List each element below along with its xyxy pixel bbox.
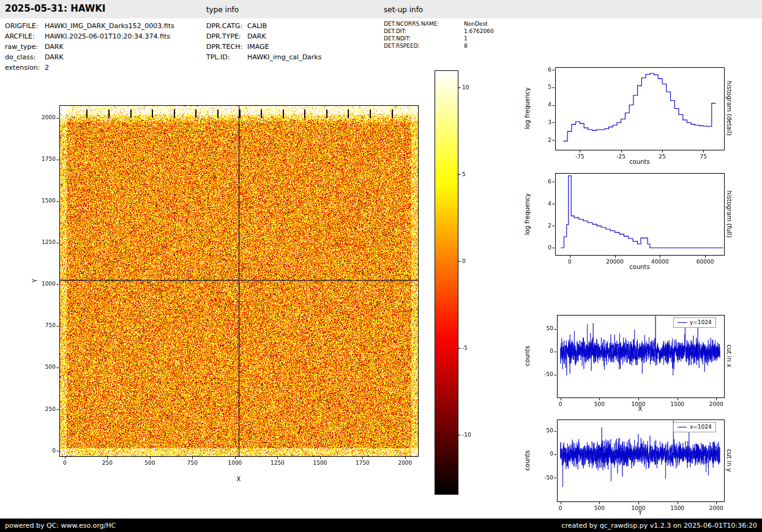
meta-row: TPL.ID:HAWKI_img_cal_Darks	[206, 52, 321, 62]
meta-value: CALIB	[247, 22, 267, 30]
cut-in-y-legend-label: x=1024	[690, 424, 712, 430]
histogram-detail-canvas	[539, 61, 738, 159]
meta-key: DPR.TECH:	[206, 42, 247, 52]
meta-value: 1	[464, 35, 468, 42]
meta-key: DET.RSPEED:	[384, 42, 464, 50]
meta-key: extension:	[5, 62, 45, 73]
meta-row: extension:2	[5, 62, 174, 73]
cut-in-x-legend-label: y=1024	[690, 319, 712, 326]
cut-in-x-x-axis-label: X	[638, 405, 643, 412]
footer-created-by: created by qc_rawdisp.py v1.2.3 on 2025-…	[561, 522, 757, 530]
meta-value: HAWKI.2025-06-01T10:20:34.374.fits	[45, 32, 170, 40]
qc-report-page: 2025-05-31: HAWKI type info set-up info …	[0, 0, 762, 532]
meta-row: DET.NDIT:1	[384, 35, 494, 42]
meta-value: DARK	[247, 32, 266, 40]
meta-row: DPR.CATG:CALIB	[206, 21, 321, 31]
meta-key: ORIGFILE:	[5, 21, 45, 31]
header-bar: 2025-05-31: HAWKI type info set-up info	[0, 0, 762, 18]
meta-row: ORIGFILE:HAWKI_IMG_DARK_Darks152_0003.fi…	[5, 21, 174, 31]
histogram-detail-side-label: histogram (detail)	[726, 81, 733, 136]
meta-row: DET.RSPEED:8	[384, 42, 494, 50]
meta-row: DET.DIT:1.6762060	[384, 28, 494, 35]
main-x-axis-label: X	[237, 476, 241, 482]
meta-key: DPR.CATG:	[206, 21, 247, 31]
meta-key: DET.NDIT:	[384, 35, 464, 42]
cut-in-y-y-axis-label: counts	[524, 450, 531, 470]
meta-value: HAWKI_img_cal_Darks	[247, 53, 321, 61]
meta-row: do_class:DARK	[5, 52, 174, 62]
meta-row: raw_type:DARK	[5, 42, 174, 52]
histogram-full-side-label: histogram (full)	[726, 190, 733, 237]
main-y-axis-label: Y	[32, 279, 39, 283]
meta-key: DET.NCORRS.NAME:	[384, 20, 464, 28]
histogram-full-canvas	[539, 167, 738, 265]
meta-value: 8	[464, 43, 468, 49]
meta-key: DET.DIT:	[384, 28, 464, 35]
legend-line-icon	[678, 322, 687, 323]
legend-line-icon	[678, 427, 687, 427]
meta-row: DPR.TYPE:DARK	[206, 31, 321, 42]
file-info-block: ORIGFILE:HAWKI_IMG_DARK_Darks152_0003.fi…	[5, 21, 174, 73]
page-title: 2025-05-31: HAWKI	[5, 3, 105, 14]
cut-in-x-side-label: cut in x	[726, 344, 733, 367]
meta-value: HAWKI_IMG_DARK_Darks152_0003.fits	[45, 22, 174, 30]
meta-value: IMAGE	[247, 43, 269, 51]
meta-value: DARK	[45, 43, 64, 51]
type-info-section-label: type info	[206, 6, 239, 14]
meta-row: DPR.TECH:IMAGE	[206, 42, 321, 52]
meta-value: 2	[45, 64, 49, 72]
cut-in-x-y-axis-label: counts	[524, 345, 531, 366]
colorbar-canvas	[428, 66, 484, 503]
meta-key: raw_type:	[5, 42, 45, 52]
cut-in-y-x-axis-label: Y	[638, 509, 642, 516]
footer-bar: powered by QC: www.eso.org/HC created by…	[0, 519, 762, 532]
histogram-full-x-axis-label: counts	[629, 264, 649, 270]
cut-in-x-legend: y=1024	[673, 317, 716, 328]
setup-info-block: DET.NCORRS.NAME:NonDest DET.DIT:1.676206…	[384, 20, 494, 50]
meta-value: DARK	[45, 53, 64, 61]
meta-row: ARCFILE:HAWKI.2025-06-01T10:20:34.374.fi…	[5, 31, 174, 42]
setup-info-section-label: set-up info	[384, 6, 423, 14]
type-info-block: DPR.CATG:CALIB DPR.TYPE:DARK DPR.TECH:IM…	[206, 21, 321, 62]
meta-value: NonDest	[464, 21, 488, 27]
meta-key: ARCFILE:	[5, 31, 45, 42]
footer-powered-by: powered by QC: www.eso.org/HC	[5, 522, 116, 530]
cut-in-y-legend: x=1024	[673, 422, 716, 432]
histogram-full-y-axis-label: log frequency	[524, 193, 531, 235]
cut-in-y-side-label: cut in y	[726, 449, 733, 471]
raw-image-canvas	[24, 98, 441, 483]
meta-key: TPL.ID:	[206, 52, 247, 62]
histogram-detail-y-axis-label: log frequency	[524, 87, 531, 130]
histogram-detail-x-axis-label: counts	[629, 158, 649, 165]
meta-row: DET.NCORRS.NAME:NonDest	[384, 20, 494, 28]
meta-key: DPR.TYPE:	[206, 31, 247, 42]
meta-value: 1.6762060	[464, 28, 494, 34]
meta-key: do_class:	[5, 52, 45, 62]
